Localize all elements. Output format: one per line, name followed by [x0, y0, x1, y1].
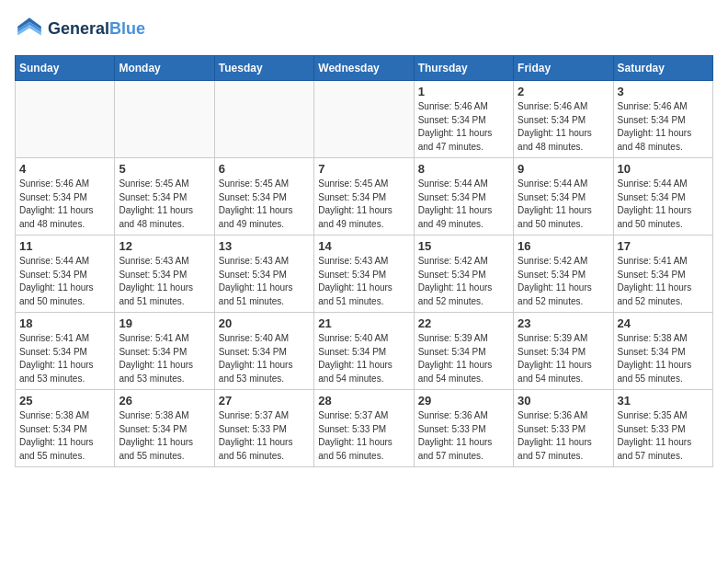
- weekday-header-friday: Friday: [514, 56, 613, 81]
- calendar-day-cell: 14Sunrise: 5:43 AMSunset: 5:34 PMDayligh…: [314, 236, 414, 313]
- day-number: 22: [418, 316, 509, 330]
- calendar-day-cell: 9Sunrise: 5:44 AMSunset: 5:34 PMDaylight…: [514, 158, 613, 236]
- day-info: Sunrise: 5:35 AMSunset: 5:33 PMDaylight:…: [618, 409, 709, 463]
- calendar-day-cell: [16, 81, 115, 158]
- day-number: 9: [518, 162, 609, 176]
- calendar-day-cell: 22Sunrise: 5:39 AMSunset: 5:34 PMDayligh…: [414, 313, 513, 390]
- calendar-day-cell: 23Sunrise: 5:39 AMSunset: 5:34 PMDayligh…: [514, 313, 613, 390]
- calendar-day-cell: [314, 81, 414, 158]
- calendar-table: SundayMondayTuesdayWednesdayThursdayFrid…: [15, 55, 713, 467]
- weekday-header-monday: Monday: [115, 56, 214, 81]
- day-info: Sunrise: 5:42 AMSunset: 5:34 PMDaylight:…: [518, 255, 609, 308]
- calendar-day-cell: 17Sunrise: 5:41 AMSunset: 5:34 PMDayligh…: [613, 236, 712, 313]
- day-info: Sunrise: 5:41 AMSunset: 5:34 PMDaylight:…: [19, 332, 110, 385]
- day-number: 4: [19, 162, 110, 176]
- calendar-day-cell: 30Sunrise: 5:36 AMSunset: 5:33 PMDayligh…: [514, 390, 613, 467]
- day-number: 21: [318, 316, 409, 330]
- day-info: Sunrise: 5:43 AMSunset: 5:34 PMDaylight:…: [119, 255, 210, 308]
- day-number: 1: [418, 85, 509, 98]
- day-number: 25: [19, 394, 110, 408]
- weekday-header-tuesday: Tuesday: [214, 56, 313, 81]
- day-number: 10: [618, 162, 709, 176]
- calendar-week-row: 4Sunrise: 5:46 AMSunset: 5:34 PMDaylight…: [16, 158, 713, 236]
- calendar-day-cell: 21Sunrise: 5:40 AMSunset: 5:34 PMDayligh…: [314, 313, 414, 390]
- day-number: 18: [19, 316, 110, 330]
- day-info: Sunrise: 5:46 AMSunset: 5:34 PMDaylight:…: [418, 100, 509, 154]
- day-info: Sunrise: 5:36 AMSunset: 5:33 PMDaylight:…: [518, 409, 609, 463]
- calendar-day-cell: 28Sunrise: 5:37 AMSunset: 5:33 PMDayligh…: [314, 390, 414, 467]
- day-info: Sunrise: 5:41 AMSunset: 5:34 PMDaylight:…: [618, 255, 709, 308]
- calendar-day-cell: 2Sunrise: 5:46 AMSunset: 5:34 PMDaylight…: [514, 81, 613, 158]
- day-info: Sunrise: 5:44 AMSunset: 5:34 PMDaylight:…: [19, 255, 110, 308]
- day-info: Sunrise: 5:40 AMSunset: 5:34 PMDaylight:…: [318, 332, 409, 385]
- weekday-header-wednesday: Wednesday: [314, 56, 414, 81]
- calendar-day-cell: 8Sunrise: 5:44 AMSunset: 5:34 PMDaylight…: [414, 158, 513, 236]
- day-info: Sunrise: 5:41 AMSunset: 5:34 PMDaylight:…: [119, 332, 210, 385]
- day-number: 31: [618, 394, 709, 408]
- weekday-header-thursday: Thursday: [414, 56, 513, 81]
- calendar-day-cell: 27Sunrise: 5:37 AMSunset: 5:33 PMDayligh…: [214, 390, 313, 467]
- day-info: Sunrise: 5:45 AMSunset: 5:34 PMDaylight:…: [119, 178, 210, 231]
- calendar-day-cell: 18Sunrise: 5:41 AMSunset: 5:34 PMDayligh…: [16, 313, 115, 390]
- day-info: Sunrise: 5:38 AMSunset: 5:34 PMDaylight:…: [19, 409, 110, 463]
- day-number: 2: [518, 85, 609, 98]
- calendar-day-cell: 11Sunrise: 5:44 AMSunset: 5:34 PMDayligh…: [16, 236, 115, 313]
- day-number: 8: [418, 162, 509, 176]
- day-number: 30: [518, 394, 609, 408]
- day-info: Sunrise: 5:44 AMSunset: 5:34 PMDaylight:…: [618, 178, 709, 231]
- calendar-day-cell: 10Sunrise: 5:44 AMSunset: 5:34 PMDayligh…: [613, 158, 712, 236]
- calendar-week-row: 18Sunrise: 5:41 AMSunset: 5:34 PMDayligh…: [16, 313, 713, 390]
- day-info: Sunrise: 5:38 AMSunset: 5:34 PMDaylight:…: [618, 332, 709, 385]
- calendar-week-row: 25Sunrise: 5:38 AMSunset: 5:34 PMDayligh…: [16, 390, 713, 467]
- day-info: Sunrise: 5:36 AMSunset: 5:33 PMDaylight:…: [418, 409, 509, 463]
- calendar-day-cell: [214, 81, 313, 158]
- day-number: 19: [119, 316, 210, 330]
- day-info: Sunrise: 5:38 AMSunset: 5:34 PMDaylight:…: [119, 409, 210, 463]
- day-info: Sunrise: 5:46 AMSunset: 5:34 PMDaylight:…: [618, 100, 709, 154]
- day-number: 28: [318, 394, 409, 408]
- logo-icon: [15, 15, 44, 44]
- day-number: 16: [518, 239, 609, 253]
- day-info: Sunrise: 5:45 AMSunset: 5:34 PMDaylight:…: [219, 178, 310, 231]
- day-info: Sunrise: 5:46 AMSunset: 5:34 PMDaylight:…: [19, 178, 110, 231]
- day-info: Sunrise: 5:39 AMSunset: 5:34 PMDaylight:…: [518, 332, 609, 385]
- calendar-day-cell: 13Sunrise: 5:43 AMSunset: 5:34 PMDayligh…: [214, 236, 313, 313]
- calendar-day-cell: 26Sunrise: 5:38 AMSunset: 5:34 PMDayligh…: [115, 390, 214, 467]
- calendar-week-row: 1Sunrise: 5:46 AMSunset: 5:34 PMDaylight…: [16, 81, 713, 158]
- day-info: Sunrise: 5:40 AMSunset: 5:34 PMDaylight:…: [219, 332, 310, 385]
- weekday-header-row: SundayMondayTuesdayWednesdayThursdayFrid…: [16, 56, 713, 81]
- day-info: Sunrise: 5:44 AMSunset: 5:34 PMDaylight:…: [418, 178, 509, 231]
- calendar-week-row: 11Sunrise: 5:44 AMSunset: 5:34 PMDayligh…: [16, 236, 713, 313]
- day-number: 24: [618, 316, 709, 330]
- day-number: 15: [418, 239, 509, 253]
- day-number: 12: [119, 239, 210, 253]
- calendar-day-cell: 24Sunrise: 5:38 AMSunset: 5:34 PMDayligh…: [613, 313, 712, 390]
- day-number: 13: [219, 239, 310, 253]
- day-info: Sunrise: 5:37 AMSunset: 5:33 PMDaylight:…: [219, 409, 310, 463]
- day-number: 20: [219, 316, 310, 330]
- day-number: 27: [219, 394, 310, 408]
- page-header: GeneralBlue: [15, 15, 713, 44]
- day-number: 26: [119, 394, 210, 408]
- day-info: Sunrise: 5:45 AMSunset: 5:34 PMDaylight:…: [318, 178, 409, 231]
- calendar-day-cell: 29Sunrise: 5:36 AMSunset: 5:33 PMDayligh…: [414, 390, 513, 467]
- day-info: Sunrise: 5:43 AMSunset: 5:34 PMDaylight:…: [219, 255, 310, 308]
- calendar-day-cell: 12Sunrise: 5:43 AMSunset: 5:34 PMDayligh…: [115, 236, 214, 313]
- day-info: Sunrise: 5:46 AMSunset: 5:34 PMDaylight:…: [518, 100, 609, 154]
- calendar-day-cell: 15Sunrise: 5:42 AMSunset: 5:34 PMDayligh…: [414, 236, 513, 313]
- logo: GeneralBlue: [15, 15, 145, 44]
- day-info: Sunrise: 5:43 AMSunset: 5:34 PMDaylight:…: [318, 255, 409, 308]
- day-info: Sunrise: 5:44 AMSunset: 5:34 PMDaylight:…: [518, 178, 609, 231]
- calendar-day-cell: 6Sunrise: 5:45 AMSunset: 5:34 PMDaylight…: [214, 158, 313, 236]
- calendar-day-cell: 25Sunrise: 5:38 AMSunset: 5:34 PMDayligh…: [16, 390, 115, 467]
- day-number: 3: [618, 85, 709, 98]
- day-number: 11: [19, 239, 110, 253]
- calendar-day-cell: [115, 81, 214, 158]
- day-info: Sunrise: 5:37 AMSunset: 5:33 PMDaylight:…: [318, 409, 409, 463]
- day-number: 14: [318, 239, 409, 253]
- day-number: 17: [618, 239, 709, 253]
- day-number: 6: [219, 162, 310, 176]
- weekday-header-sunday: Sunday: [16, 56, 115, 81]
- calendar-day-cell: 5Sunrise: 5:45 AMSunset: 5:34 PMDaylight…: [115, 158, 214, 236]
- calendar-day-cell: 16Sunrise: 5:42 AMSunset: 5:34 PMDayligh…: [514, 236, 613, 313]
